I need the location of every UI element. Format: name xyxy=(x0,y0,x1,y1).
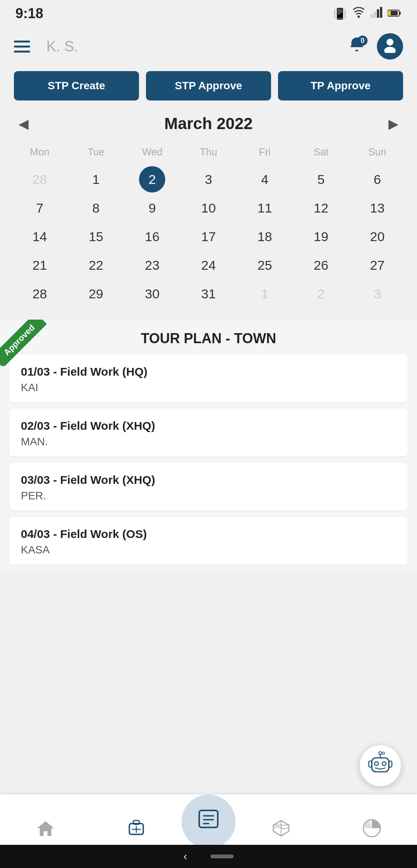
calendar-day[interactable]: 4 xyxy=(237,165,293,194)
top-bar: K. S. 0 xyxy=(0,27,417,66)
vibrate-icon: 📳 xyxy=(333,7,347,20)
calendar-day[interactable]: 16 xyxy=(124,222,180,251)
weekday-sat: Sat xyxy=(293,143,349,161)
svg-rect-0 xyxy=(371,14,373,18)
wifi-icon xyxy=(352,7,365,20)
svg-rect-17 xyxy=(389,761,392,767)
calendar-day[interactable]: 30 xyxy=(124,279,180,308)
tour-plan-item-subtitle: MAN. xyxy=(21,436,396,448)
calendar-day[interactable]: 18 xyxy=(237,222,293,251)
calendar-day[interactable]: 14 xyxy=(12,222,68,251)
svg-rect-7 xyxy=(388,11,391,15)
calendar-prev-button[interactable]: ◀ xyxy=(12,114,36,134)
notification-badge: 0 xyxy=(358,36,368,46)
tour-plan-item[interactable]: 03/03 - Field Work (XHQ) PER. xyxy=(9,463,408,511)
calendar-day[interactable]: 3 xyxy=(349,279,405,308)
tour-plan-item-subtitle: KASA xyxy=(21,544,396,556)
battery-icon xyxy=(388,7,402,20)
signal-icon xyxy=(371,7,382,20)
action-buttons: STP Create STP Approve TP Approve xyxy=(0,66,417,106)
calendar-day[interactable]: 28 xyxy=(12,279,68,308)
calendar-day[interactable]: 28 xyxy=(12,165,68,194)
user-name: K. S. xyxy=(46,38,78,55)
products-icon xyxy=(271,818,291,842)
svg-rect-2 xyxy=(377,9,379,18)
calendar-day[interactable]: 3 xyxy=(180,165,237,194)
system-nav-bar: ‹ xyxy=(0,845,417,868)
svg-point-9 xyxy=(384,47,396,53)
tour-plan-item-title: 04/03 - Field Work (OS) xyxy=(21,528,396,541)
tp-approve-button[interactable]: TP Approve xyxy=(278,71,403,100)
calendar-day[interactable]: 11 xyxy=(237,194,293,222)
home-icon xyxy=(36,819,56,842)
calendar-day[interactable]: 13 xyxy=(349,194,405,222)
top-right-actions: 0 xyxy=(344,33,403,60)
calendar-days: 2812345678910111213141516171819202122232… xyxy=(12,165,405,308)
svg-point-15 xyxy=(382,752,385,754)
tour-plan-title: TOUR PLAN - TOWN xyxy=(0,320,417,354)
tour-plan-item[interactable]: 01/03 - Field Work (HQ) KAI xyxy=(9,354,408,402)
user-avatar[interactable] xyxy=(377,33,403,60)
calendar-day[interactable]: 31 xyxy=(180,279,237,308)
tour-plan-item-subtitle: KAI xyxy=(21,381,396,394)
calendar-day[interactable]: 7 xyxy=(12,194,68,222)
calendar-day[interactable]: 20 xyxy=(349,222,405,251)
calendar-day[interactable]: 6 xyxy=(349,165,405,194)
svg-rect-5 xyxy=(399,12,401,15)
svg-point-8 xyxy=(386,39,393,46)
svg-rect-19 xyxy=(133,820,139,824)
calendar-section: ◀ March 2022 ▶ Mon Tue Wed Thu Fri Sat S… xyxy=(0,106,417,316)
chatbot-fab[interactable] xyxy=(359,744,402,787)
tour-plan-item[interactable]: 02/03 - Field Work (XHQ) MAN. xyxy=(9,408,408,456)
svg-rect-16 xyxy=(369,761,372,767)
stp-create-button[interactable]: STP Create xyxy=(14,71,139,100)
svg-rect-1 xyxy=(374,12,376,18)
calendar-day[interactable]: 25 xyxy=(237,251,293,279)
tour-plan-item-title: 02/03 - Field Work (XHQ) xyxy=(21,419,396,432)
status-bar: 9:18 📳 xyxy=(0,0,417,27)
calendar-month-title: March 2022 xyxy=(164,114,253,133)
stp-approve-button[interactable]: STP Approve xyxy=(146,71,271,100)
calendar-day[interactable]: 24 xyxy=(180,251,237,279)
tour-plan-item-subtitle: PER. xyxy=(21,490,396,502)
chatbot-icon xyxy=(365,750,396,781)
calendar-day[interactable]: 22 xyxy=(68,251,124,279)
svg-rect-3 xyxy=(380,7,382,18)
calendar-day[interactable]: 17 xyxy=(180,222,237,251)
calendar-day[interactable]: 9 xyxy=(124,194,180,222)
approved-ribbon-label: Approved xyxy=(0,320,46,366)
calendar-day[interactable]: 21 xyxy=(12,251,68,279)
calendar-day[interactable]: 2 xyxy=(124,165,180,194)
calendar-day[interactable]: 29 xyxy=(68,279,124,308)
calendar-day[interactable]: 5 xyxy=(293,165,349,194)
notification-button[interactable]: 0 xyxy=(344,34,369,59)
tour-plan-item[interactable]: 04/03 - Field Work (OS) KASA xyxy=(9,517,408,565)
status-time: 9:18 xyxy=(15,5,43,22)
calendar-day[interactable]: 12 xyxy=(293,194,349,222)
approved-ribbon: Approved xyxy=(0,320,46,366)
nav-center-fab[interactable] xyxy=(181,795,236,849)
calendar-next-button[interactable]: ▶ xyxy=(381,114,405,134)
calendar-day[interactable]: 2 xyxy=(293,279,349,308)
hamburger-menu[interactable] xyxy=(14,41,30,53)
svg-rect-22 xyxy=(199,810,218,827)
calendar-day[interactable]: 15 xyxy=(68,222,124,251)
calendar-day[interactable]: 26 xyxy=(293,251,349,279)
sys-home-indicator[interactable] xyxy=(210,854,234,858)
calendar-day[interactable]: 1 xyxy=(68,165,124,194)
weekday-fri: Fri xyxy=(237,143,293,161)
calendar-day[interactable]: 27 xyxy=(349,251,405,279)
calendar-day[interactable]: 1 xyxy=(237,279,293,308)
reports-icon xyxy=(362,818,382,842)
calendar-day[interactable]: 19 xyxy=(293,222,349,251)
weekday-wed: Wed xyxy=(124,143,180,161)
calendar-day[interactable]: 8 xyxy=(68,194,124,222)
tour-icon xyxy=(126,818,146,842)
sys-back-button[interactable]: ‹ xyxy=(183,850,187,863)
calendar-weekdays: Mon Tue Wed Thu Fri Sat Sun xyxy=(12,143,405,161)
weekday-tue: Tue xyxy=(68,143,124,161)
tour-plan-section: Approved TOUR PLAN - TOWN 01/03 - Field … xyxy=(0,320,417,572)
tour-plan-item-title: 03/03 - Field Work (XHQ) xyxy=(21,473,396,487)
calendar-day[interactable]: 10 xyxy=(180,194,237,222)
calendar-day[interactable]: 23 xyxy=(124,251,180,279)
